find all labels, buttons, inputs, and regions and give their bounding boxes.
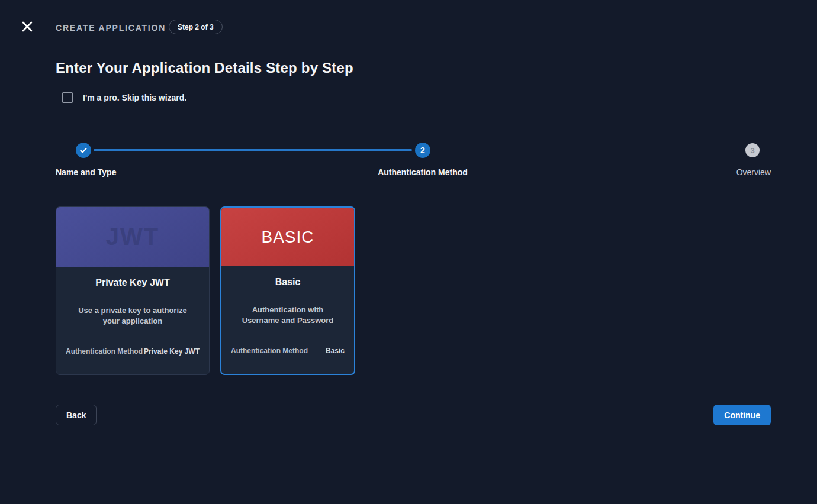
step-2-indicator: 2: [415, 143, 430, 158]
step-2-label: Authentication Method: [378, 167, 468, 177]
jwt-card-meta: Authentication Method Private Key JWT: [66, 347, 200, 356]
step-3-indicator: 3: [745, 143, 760, 157]
jwt-banner-text: JWT: [106, 224, 159, 250]
page-heading: Enter Your Application Details Step by S…: [56, 60, 353, 76]
jwt-card-description: Use a private key to authorize your appl…: [66, 305, 200, 326]
basic-card-banner: BASIC: [221, 208, 354, 266]
step-1-indicator: [76, 143, 91, 158]
basic-card-title: Basic: [231, 277, 345, 287]
card-private-key-jwt[interactable]: JWT Private Key JWT Use a private key to…: [56, 206, 210, 375]
basic-meta-value: Basic: [326, 347, 345, 355]
basic-banner-text: BASIC: [261, 228, 314, 247]
card-basic-selected[interactable]: BASIC Basic Authentication with Username…: [220, 206, 355, 375]
auth-method-cards: JWT Private Key JWT Use a private key to…: [56, 206, 355, 375]
skip-wizard-row: I'm a pro. Skip this wizard.: [62, 92, 186, 103]
back-button[interactable]: Back: [56, 405, 97, 425]
jwt-card-title: Private Key JWT: [66, 277, 200, 288]
stepper: 2 3 Name and Type Authentication Method …: [56, 143, 771, 180]
check-icon: [79, 146, 88, 154]
close-icon[interactable]: [20, 20, 34, 34]
jwt-card-banner: JWT: [56, 207, 209, 267]
skip-wizard-checkbox[interactable]: [62, 92, 73, 103]
jwt-meta-value: Private Key JWT: [144, 347, 200, 356]
stepper-connector-inactive: [434, 150, 738, 150]
wizard-title: CREATE APPLICATION: [56, 23, 166, 33]
jwt-meta-label: Authentication Method: [66, 347, 143, 356]
skip-wizard-label: I'm a pro. Skip this wizard.: [83, 93, 186, 102]
jwt-card-body: Private Key JWT Use a private key to aut…: [56, 267, 209, 374]
stepper-connector-active: [94, 149, 412, 151]
step-1-label: Name and Type: [56, 167, 116, 177]
basic-card-description: Authentication with Username and Passwor…: [231, 305, 345, 325]
basic-card-meta: Authentication Method Basic: [231, 347, 345, 355]
step-3-label: Overview: [736, 167, 771, 177]
basic-meta-label: Authentication Method: [231, 347, 308, 355]
basic-card-body: Basic Authentication with Username and P…: [221, 266, 354, 374]
step-badge: Step 2 of 3: [169, 20, 223, 34]
continue-button[interactable]: Continue: [713, 405, 771, 425]
